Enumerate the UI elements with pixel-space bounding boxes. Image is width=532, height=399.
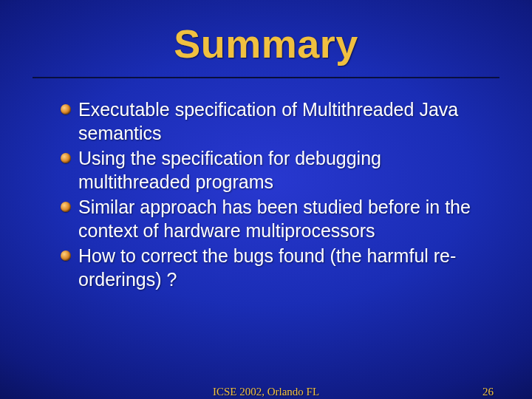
footer-page-number: 26 [482,386,494,398]
title-divider [33,77,499,78]
slide: Summary Executable specification of Mult… [0,0,532,399]
bullet-item: Using the specification for debugging mu… [62,146,479,194]
bullet-item: Executable specification of Multithreade… [62,98,479,145]
footer-venue: ICSE 2002, Orlando FL [213,386,319,398]
bullet-item: Similar approach has been studied before… [62,195,479,242]
bullet-item: How to correct the bugs found (the harmf… [62,244,479,291]
bullet-list: Executable specification of Multithreade… [33,98,499,291]
slide-title: Summary [33,21,499,66]
